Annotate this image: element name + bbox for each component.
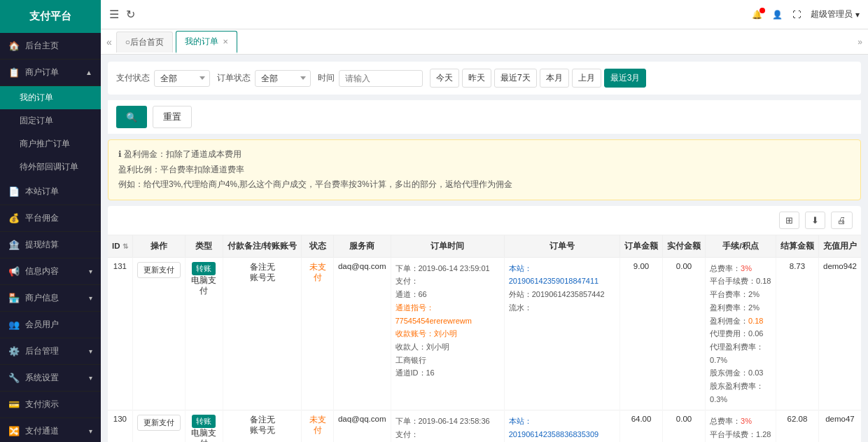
cell-id-130: 130 <box>108 410 132 442</box>
local-order-no-131[interactable]: 本站：201906142359018847411 <box>509 262 615 288</box>
table-header-row: ID ⇅ 操作 类型 付款备注/转账账号 状态 服务商 订单时间 订单号 订单金… <box>108 235 861 258</box>
receipt-no-131[interactable]: 收款账号：刘小明 <box>396 327 500 340</box>
content-area: 支付状态 全部 订单状态 全部 时间 今天 昨天 最近7天 本月 上月 <box>101 55 868 442</box>
cell-payment-info-130: 备注无 账号无 <box>223 410 302 442</box>
cell-settle-amount-130: 62.08 <box>776 410 818 442</box>
sidebar-title: 支付平台 <box>0 0 101 33</box>
gear-icon: ⚙️ <box>8 346 20 357</box>
col-service: 服务商 <box>333 235 391 258</box>
search-button[interactable]: 🔍 <box>116 106 147 128</box>
sidebar-item-withdraw[interactable]: 🏦 提现结算 <box>0 232 101 258</box>
cell-fee-rate-130: 总费率：3% 平台手续费：1.28 平台费率：2% 盈利费率：2% 盈利佣金：1… <box>706 410 776 442</box>
water-131: 流水： <box>509 301 615 315</box>
order-status-select[interactable]: 全部 <box>255 70 311 87</box>
today-btn[interactable]: 今天 <box>430 69 459 88</box>
menu-icon[interactable]: ☰ <box>109 8 119 21</box>
tab-collapse-icon[interactable]: « <box>106 36 112 48</box>
table-wrapper: ⊞ ⬇ 🖨 ID ⇅ 操作 类型 付款备注/转账账号 状态 服务商 订单时间 订… <box>108 206 861 442</box>
username-label: 超级管理员 <box>811 8 853 20</box>
notification-bell[interactable]: 🔔 <box>752 10 762 20</box>
sidebar-item-dashboard[interactable]: 🏠 后台主页 <box>0 33 101 60</box>
cell-credit-user-131: demo942 <box>818 257 861 410</box>
channel-order-no-131[interactable]: 通道指号：77545454ererewrewm <box>396 301 500 327</box>
receipt-name-131: 收款人：刘小明 <box>396 340 500 354</box>
orders-icon: 📋 <box>8 67 20 78</box>
print-btn[interactable]: 🖨 <box>831 212 853 229</box>
tab-bar: « ○后台首页 我的订单 ✕ » <box>101 29 868 55</box>
column-settings-btn[interactable]: ⊞ <box>779 212 799 229</box>
update-pay-btn-130[interactable]: 更新支付 <box>137 415 181 431</box>
yesterday-btn[interactable]: 昨天 <box>462 69 491 88</box>
reset-button[interactable]: 重置 <box>153 106 192 128</box>
sidebar-item-platform-rebate[interactable]: 💰 平台佣金 <box>0 205 101 232</box>
update-pay-btn-131[interactable]: 更新支付 <box>137 262 181 278</box>
platform-fee-130: 平台手续费：1.28 <box>710 428 771 441</box>
sidebar-item-pay-demo[interactable]: 💳 支付演示 <box>0 392 101 418</box>
sidebar-item-merchant-promo[interactable]: 商户推广订单 <box>0 132 101 156</box>
place-time-130: 下单：2019-06-14 23:58:36 <box>396 415 500 428</box>
export-btn[interactable]: ⬇ <box>805 212 825 229</box>
top-nav: ☰ ↻ 🔔 👤 ⛶ 超级管理员 ▾ <box>101 0 868 29</box>
sidebar-item-backend-mgmt[interactable]: ⚙️ 后台管理 ▾ <box>0 338 101 365</box>
expand-icon[interactable]: ⛶ <box>792 10 801 20</box>
info-line1: ℹ 盈利佣金：扣除了通道成本费用 <box>118 147 850 163</box>
col-order-amount: 订单金额 <box>620 235 663 258</box>
sort-icon[interactable]: ⇅ <box>122 242 128 250</box>
tab-dashboard[interactable]: ○后台首页 <box>116 32 173 53</box>
sidebar: 支付平台 🏠 后台主页 📋 商户订单 ▲ 我的订单 固定订单 商户推广订单 待外… <box>0 0 101 442</box>
cell-order-time-131: 下单：2019-06-14 23:59:01 支付： 通道：66 通道指号：77… <box>391 257 504 410</box>
order-detail-131: 下单：2019-06-14 23:59:01 支付： 通道：66 通道指号：77… <box>396 262 500 380</box>
user-avatar-icon: 👤 <box>772 10 783 20</box>
tab-close-icon[interactable]: ✕ <box>223 38 228 46</box>
order-no-detail-130: 本站：201906142358836835309 外站：201906142358… <box>509 415 615 442</box>
time-input[interactable] <box>339 70 423 87</box>
cell-status-130: 未支付 <box>302 410 334 442</box>
type-label-130: 电脑支付 <box>191 429 216 442</box>
payment-note-131: 备注无 <box>227 262 297 272</box>
user-menu[interactable]: 超级管理员 ▾ <box>811 8 860 20</box>
card-icon: 💳 <box>8 399 20 410</box>
last7-btn[interactable]: 最近7天 <box>494 69 537 88</box>
platform-rate-131: 平台费率：2% <box>710 288 771 301</box>
sidebar-item-fixed-orders[interactable]: 固定订单 <box>0 109 101 132</box>
thismonth-btn[interactable]: 本月 <box>540 69 569 88</box>
tab-my-orders-label: 我的订单 <box>185 36 218 48</box>
type-badge-131: 转账 <box>192 262 216 275</box>
channel-id-131: 通道ID：16 <box>396 366 500 380</box>
profit-131: 0.18 <box>748 317 763 325</box>
info-icon: 📢 <box>8 266 20 277</box>
sidebar-item-merchant-orders[interactable]: 📋 商户订单 ▲ <box>0 60 101 86</box>
sidebar-item-members[interactable]: 👥 会员用户 <box>0 312 101 338</box>
col-order-time: 订单时间 <box>391 235 504 258</box>
lastmonth-btn[interactable]: 上月 <box>572 69 601 88</box>
col-id: ID ⇅ <box>108 235 132 258</box>
channel-icon: 🔀 <box>8 426 20 436</box>
table-row: 130 更新支付 转账 电脑支付 备注无 账号无 <box>108 410 861 442</box>
last3month-btn[interactable]: 最近3月 <box>604 69 647 88</box>
cell-service-131: daq@qq.com <box>333 257 391 410</box>
sidebar-item-pending-confirm[interactable]: 待外部回调订单 <box>0 156 101 179</box>
chevron-down-icon: ▾ <box>89 347 92 355</box>
tab-my-orders[interactable]: 我的订单 ✕ <box>176 31 237 53</box>
wrench-icon: 🔧 <box>8 373 20 383</box>
info-example: 例如：给代理3%,代理给商户4%,那么这个商户成交，平台费率按3%计算，多出的部… <box>118 177 850 193</box>
date-buttons: 今天 昨天 最近7天 本月 上月 最近3月 <box>430 69 646 88</box>
tab-expand-icon[interactable]: » <box>858 37 862 47</box>
refresh-icon[interactable]: ↻ <box>126 8 135 21</box>
sidebar-item-pay-channel[interactable]: 🔀 支付通道 ▾ <box>0 418 101 442</box>
notification-badge <box>760 8 765 13</box>
chevron-down-icon: ▾ <box>89 294 92 302</box>
cell-actual-amount-130: 0.00 <box>663 410 706 442</box>
tab-dashboard-label: ○后台首页 <box>125 36 164 48</box>
chevron-down-icon: ▾ <box>89 374 92 382</box>
shop-icon: 🏪 <box>8 293 20 303</box>
sidebar-item-system-settings[interactable]: 🔧 系统设置 ▾ <box>0 365 101 392</box>
sidebar-item-info-content[interactable]: 📢 信息内容 ▾ <box>0 258 101 285</box>
pay-status-select[interactable]: 全部 <box>154 70 210 87</box>
sidebar-item-merchant-info[interactable]: 🏪 商户信息 ▾ <box>0 285 101 312</box>
sidebar-item-site-orders[interactable]: 📄 本站订单 <box>0 179 101 205</box>
sidebar-item-my-orders[interactable]: 我的订单 <box>0 86 101 109</box>
platform-fee-131: 平台手续费：0.18 <box>710 275 771 288</box>
info-line2: 盈利比例：平台费率扣除通道费率 <box>118 163 850 178</box>
local-order-no-130[interactable]: 本站：201906142358836835309 <box>509 415 615 441</box>
